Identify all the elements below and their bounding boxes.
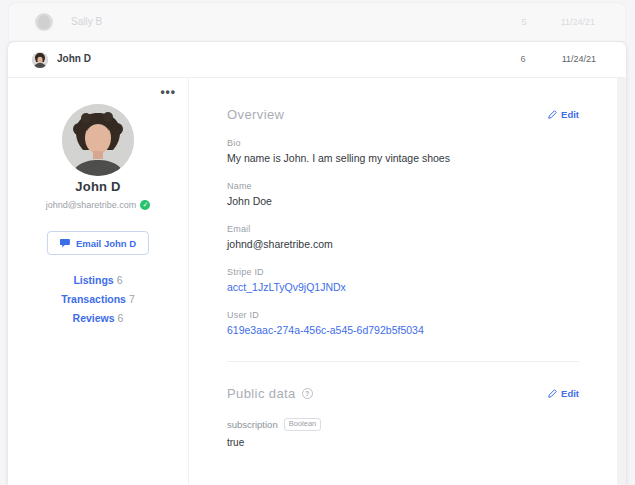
link-count: 7 [129, 293, 135, 305]
sidebar-link-reviews[interactable]: Reviews6 [73, 312, 124, 324]
list-row-sally-b[interactable]: Sally B 5 11/24/21 [8, 2, 626, 42]
edit-label: Edit [561, 388, 579, 399]
field-label: Email [227, 224, 579, 234]
field-value: My name is John. I am selling my vintage… [227, 152, 579, 165]
field-label: Bio [227, 138, 579, 148]
link-label: Transactions [61, 293, 126, 305]
edit-public-data-button[interactable]: Edit [548, 388, 579, 399]
link-label: Listings [73, 274, 113, 286]
edit-overview-button[interactable]: Edit [548, 109, 579, 120]
profile-sidebar: ••• John D johnd@sharetribe.com [8, 78, 189, 485]
sidebar-link-listings[interactable]: Listings6 [73, 274, 122, 286]
public-data-title: Public data ? [227, 386, 313, 401]
ellipsis-menu-icon[interactable]: ••• [156, 82, 180, 102]
field-key: subscription [227, 419, 278, 430]
field-bio: Bio My name is John. I am selling my vin… [227, 138, 579, 165]
field-label: Name [227, 181, 579, 191]
profile-name: John D [8, 179, 188, 194]
scrollbar-track[interactable] [617, 78, 626, 485]
pencil-icon [548, 110, 557, 119]
profile-photo-image [62, 104, 134, 176]
public-data-title-text: Public data [227, 386, 296, 401]
user-id-link[interactable]: 619e3aac-274a-456c-a545-6d792b5f5034 [227, 324, 579, 337]
overview-title: Overview [227, 107, 284, 122]
link-count: 6 [117, 274, 123, 286]
profile-links: Listings6 Transactions7 Reviews6 [8, 274, 188, 324]
pencil-icon [548, 389, 557, 398]
field-value: johnd@sharetribe.com [227, 238, 579, 251]
avatar [32, 52, 48, 68]
profile-email-row: johnd@sharetribe.com ✓ [8, 200, 188, 210]
type-badge: Boolean [284, 418, 322, 431]
public-data-section: Public data ? Edit subscription Boolean [189, 362, 626, 485]
profile-email: johnd@sharetribe.com [46, 200, 137, 210]
link-label: Reviews [73, 312, 115, 324]
user-name: Sally B [71, 16, 102, 27]
field-subscription: subscription Boolean true [227, 418, 579, 448]
field-name: Name John Doe [227, 181, 579, 208]
chat-bubble-icon [60, 238, 70, 248]
edit-label: Edit [561, 109, 579, 120]
subscription-key-row: subscription Boolean [227, 418, 579, 431]
field-user-id: User ID 619e3aac-274a-456c-a545-6d792b5f… [227, 310, 579, 337]
user-detail-card: John D 6 11/24/21 ••• [8, 42, 626, 485]
avatar-image [32, 52, 48, 68]
stripe-id-link[interactable]: acct_1JzLTyQv9jQ1JNDx [227, 281, 579, 294]
field-email: Email johnd@sharetribe.com [227, 224, 579, 251]
user-detail-body: ••• John D johnd@sharetribe.com [8, 78, 626, 485]
field-stripe-id: Stripe ID acct_1JzLTyQv9jQ1JNDx [227, 267, 579, 294]
joined-date: 11/24/21 [532, 54, 596, 64]
verified-check-icon: ✓ [140, 200, 150, 210]
field-value: John Doe [227, 195, 579, 208]
profile-photo [62, 104, 134, 176]
public-data-header: Public data ? Edit [227, 362, 579, 401]
joined-date: 11/24/21 [531, 17, 595, 27]
field-label: Stripe ID [227, 267, 579, 277]
email-user-button[interactable]: Email John D [47, 231, 149, 255]
sidebar-link-transactions[interactable]: Transactions7 [61, 293, 135, 305]
avatar [35, 13, 53, 31]
overview-header: Overview Edit [227, 78, 579, 122]
user-row-header[interactable]: John D 6 11/24/21 [8, 42, 626, 78]
detail-pane: Overview Edit Bio My name is John. I am … [189, 78, 626, 485]
overview-section: Overview Edit Bio My name is John. I am … [189, 78, 626, 362]
email-user-button-label: Email John D [76, 238, 136, 249]
link-count: 6 [118, 312, 124, 324]
help-icon[interactable]: ? [302, 388, 313, 399]
user-name: John D [57, 53, 91, 64]
field-label: User ID [227, 310, 579, 320]
field-value: true [227, 437, 579, 448]
